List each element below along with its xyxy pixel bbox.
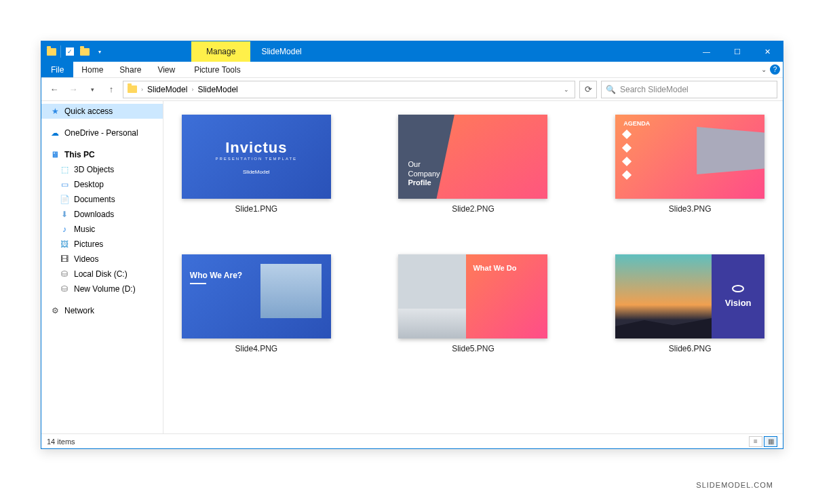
desktop-icon: ▭	[59, 179, 70, 190]
nav-label: Local Disk (C:)	[74, 269, 128, 279]
file-item[interactable]: Vision Slide6.PNG	[615, 254, 764, 353]
nav-label: Desktop	[74, 180, 104, 189]
preview-title: What We Do	[473, 264, 541, 272]
file-name: Slide2.PNG	[452, 204, 495, 214]
address-dropdown-icon[interactable]: ⌄	[560, 86, 573, 93]
file-item[interactable]: Our Company Profile Slide2.PNG	[398, 115, 547, 214]
chevron-right-icon[interactable]: ›	[190, 86, 195, 93]
file-grid: Invictus PRESENTATION TEMPLATE SlideMode…	[172, 115, 775, 353]
this-pc-node[interactable]: 🖥 This PC	[41, 147, 163, 162]
nav-videos[interactable]: 🎞Videos	[41, 252, 163, 267]
maximize-button[interactable]: ☐	[722, 41, 752, 62]
nav-new-volume-d[interactable]: ⛁New Volume (D:)	[41, 282, 163, 296]
help-icon[interactable]: ?	[770, 64, 780, 75]
nav-desktop[interactable]: ▭Desktop	[41, 177, 163, 192]
nav-label: 3D Objects	[74, 165, 114, 174]
breadcrumb-seg-1[interactable]: SlideModel	[195, 85, 240, 94]
nav-pictures[interactable]: 🖼Pictures	[41, 237, 163, 252]
divider	[60, 45, 61, 58]
home-tab[interactable]: Home	[73, 62, 111, 77]
properties-checkbox[interactable]: ✓	[64, 45, 76, 58]
cube-icon: ⬚	[59, 164, 70, 175]
details-view-button[interactable]: ≡	[749, 436, 762, 447]
address-folder-icon	[125, 85, 140, 93]
forward-button[interactable]: →	[66, 82, 81, 97]
videos-icon: 🎞	[59, 254, 70, 265]
chevron-right-icon[interactable]: ›	[140, 86, 144, 93]
nav-music[interactable]: ♪Music	[41, 222, 163, 237]
search-placeholder: Search SlideModel	[620, 85, 689, 94]
file-item[interactable]: Invictus PRESENTATION TEMPLATE SlideMode…	[182, 115, 331, 214]
up-button[interactable]: ↑	[104, 82, 119, 97]
nav-label: This PC	[64, 150, 95, 159]
eye-icon	[732, 285, 744, 292]
document-icon: 📄	[59, 194, 70, 205]
file-tab[interactable]: File	[41, 62, 73, 77]
window-title: SlideModel	[250, 41, 312, 62]
preview-title: Vision	[725, 298, 752, 308]
file-name: Slide1.PNG	[235, 204, 277, 214]
thumbnail: Our Company Profile	[398, 115, 547, 199]
nav-label: Music	[74, 225, 95, 234]
nav-label: Documents	[74, 195, 115, 204]
preview-title: Invictus	[225, 139, 287, 157]
pictures-icon: 🖼	[59, 239, 70, 250]
download-icon: ⬇	[59, 209, 70, 220]
content-pane[interactable]: Invictus PRESENTATION TEMPLATE SlideMode…	[163, 101, 783, 433]
thumbnail: Vision	[615, 254, 764, 338]
quick-access-toolbar: ✓ ▾	[41, 41, 110, 62]
file-item[interactable]: What We Do Slide5.PNG	[398, 254, 547, 353]
nav-documents[interactable]: 📄Documents	[41, 192, 163, 207]
nav-label: Videos	[74, 254, 98, 264]
nav-label: Pictures	[74, 239, 103, 249]
nav-3d-objects[interactable]: ⬚3D Objects	[41, 162, 163, 177]
onedrive-node[interactable]: ☁ OneDrive - Personal	[41, 125, 163, 140]
address-bar[interactable]: › SlideModel › SlideModel ⌄	[123, 81, 575, 98]
nav-downloads[interactable]: ⬇Downloads	[41, 207, 163, 222]
preview-subtitle: PRESENTATION TEMPLATE	[216, 157, 298, 161]
refresh-button[interactable]: ⟳	[579, 81, 597, 98]
folder-icon[interactable]	[45, 45, 58, 58]
nav-label: New Volume (D:)	[74, 284, 136, 294]
share-tab[interactable]: Share	[111, 62, 149, 77]
folder-icon[interactable]	[79, 45, 91, 58]
pc-icon: 🖥	[50, 149, 60, 160]
preview-title: Who We Are?	[190, 271, 242, 284]
file-item[interactable]: Who We Are? Slide4.PNG	[182, 254, 331, 353]
file-item[interactable]: AGENDA Slide3.PNG	[615, 115, 764, 214]
nav-label: Network	[64, 306, 94, 315]
quick-access-node[interactable]: ★ Quick access	[41, 104, 163, 119]
network-icon: ⚙	[50, 305, 60, 316]
minimize-button[interactable]: —	[691, 41, 722, 62]
recent-dropdown-icon[interactable]: ▾	[85, 82, 100, 97]
search-input[interactable]: 🔍 Search SlideModel	[601, 81, 777, 98]
body: ★ Quick access ☁ OneDrive - Personal 🖥 T…	[41, 101, 783, 433]
ribbon-collapse-icon[interactable]: ⌄	[761, 66, 767, 73]
breadcrumb-seg-0[interactable]: SlideModel	[144, 85, 190, 94]
address-row: ← → ▾ ↑ › SlideModel › SlideModel ⌄ ⟳ 🔍 …	[41, 78, 783, 101]
ribbon-tabs: File Home Share View Picture Tools ⌄ ?	[41, 62, 783, 78]
thumbnail: Invictus PRESENTATION TEMPLATE SlideMode…	[182, 115, 331, 199]
thumbnail: AGENDA	[615, 115, 764, 199]
view-tab[interactable]: View	[149, 62, 183, 77]
manage-context-tab[interactable]: Manage	[191, 41, 250, 62]
nav-label: Quick access	[64, 106, 113, 116]
titlebar: ✓ ▾ Manage SlideModel — ☐ ✕	[41, 41, 783, 62]
navigation-pane: ★ Quick access ☁ OneDrive - Personal 🖥 T…	[41, 101, 163, 433]
close-button[interactable]: ✕	[752, 41, 783, 62]
qat-dropdown-icon[interactable]: ▾	[94, 45, 106, 58]
item-count: 14 items	[47, 438, 75, 446]
thumbnails-view-button[interactable]: ▦	[764, 436, 777, 447]
thumbnail: Who We Are?	[182, 254, 331, 338]
explorer-window: ✓ ▾ Manage SlideModel — ☐ ✕ File Home Sh…	[41, 41, 783, 449]
network-node[interactable]: ⚙Network	[41, 303, 163, 318]
nav-label: OneDrive - Personal	[64, 128, 138, 138]
picture-tools-tab[interactable]: Picture Tools	[186, 62, 248, 77]
nav-local-disk-c[interactable]: ⛁Local Disk (C:)	[41, 267, 163, 282]
back-button[interactable]: ←	[47, 82, 62, 97]
disk-icon: ⛁	[59, 269, 70, 279]
disk-icon: ⛁	[59, 284, 70, 294]
music-icon: ♪	[59, 224, 70, 235]
nav-label: Downloads	[74, 210, 114, 219]
file-name: Slide3.PNG	[669, 204, 712, 214]
